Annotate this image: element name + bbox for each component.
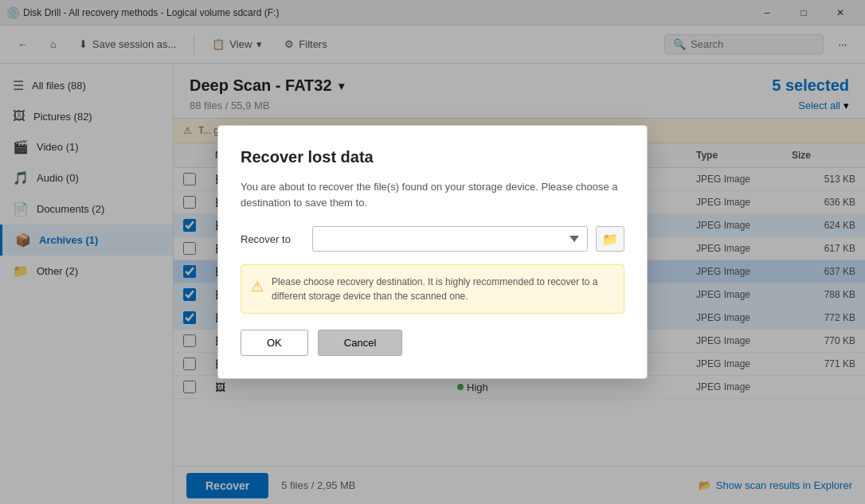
ok-button[interactable]: OK [241,330,308,356]
modal-description: You are about to recover the file(s) fou… [241,179,624,210]
modal-warning: ⚠ Please choose recovery destination. It… [241,264,624,314]
warning-triangle-icon: ⚠ [251,276,264,298]
cancel-button[interactable]: Cancel [318,330,402,356]
recover-to-label: Recover to [241,233,304,245]
browse-folder-button[interactable]: 📁 [596,226,624,252]
recover-to-select[interactable] [312,226,588,252]
folder-icon: 📁 [602,232,618,247]
modal-warning-text: Please choose recovery destination. It i… [272,275,614,303]
modal-actions: OK Cancel [241,330,624,356]
modal-recover-row: Recover to 📁 [241,226,624,252]
modal-overlay: Recover lost data You are about to recov… [0,0,865,504]
modal-title: Recover lost data [241,148,624,166]
recover-dialog: Recover lost data You are about to recov… [217,125,648,379]
